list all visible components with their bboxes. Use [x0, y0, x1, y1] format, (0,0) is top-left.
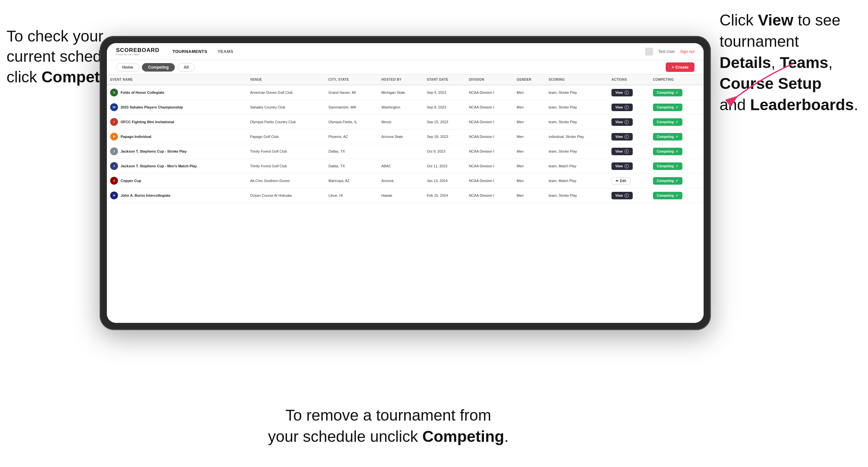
view-button[interactable]: View i — [612, 162, 633, 170]
actions-cell: View i — [608, 188, 650, 203]
actions-cell: View i — [608, 144, 650, 159]
team-logo: P — [110, 133, 118, 141]
actions-cell: View i — [608, 100, 650, 115]
city-state-cell: Olympia Fields, IL — [325, 115, 378, 129]
competing-button[interactable]: Competing ✓ — [653, 118, 682, 126]
edit-button[interactable]: ✏ Edit — [612, 177, 630, 185]
hosted-by-cell: Hawaii — [378, 188, 424, 203]
start-date-cell: Sep 4, 2023 — [424, 85, 466, 100]
brand-subtitle: Powered by clippi — [116, 53, 159, 56]
city-state-cell: Sammamish, WA — [325, 100, 378, 115]
start-date-cell: Oct 9, 2023 — [424, 144, 466, 159]
competing-button[interactable]: Competing ✓ — [653, 177, 682, 185]
actions-cell: View i — [608, 115, 650, 129]
hosted-by-cell: ABAC — [378, 159, 424, 174]
col-division: DIVISION — [466, 74, 514, 85]
nav-right: Test User Sign out — [645, 48, 694, 56]
view-button[interactable]: View i — [612, 148, 633, 155]
nav-tournaments[interactable]: TOURNAMENTS — [173, 49, 207, 54]
hosted-by-cell: Michigan State — [378, 85, 424, 100]
scoring-cell: team, Match Play — [546, 174, 608, 188]
tab-competing[interactable]: Competing — [142, 63, 175, 71]
create-button[interactable]: + Create — [666, 62, 694, 72]
competing-button[interactable]: Competing ✓ — [653, 148, 682, 155]
checkmark-icon: ✓ — [676, 179, 678, 183]
top-nav: SCOREBOARD Powered by clippi TOURNAMENTS… — [107, 43, 704, 60]
hosted-by-cell: Arizona State — [378, 129, 424, 144]
table-row: I OFCC Fighting Illini Invitational Olym… — [107, 115, 704, 129]
checkmark-icon: ✓ — [676, 91, 678, 95]
competing-cell: Competing ✓ — [650, 188, 704, 203]
info-icon: i — [624, 105, 629, 110]
info-icon: i — [624, 193, 629, 198]
signout-link[interactable]: Sign out — [680, 49, 694, 54]
start-date-cell: Sep 9, 2023 — [424, 100, 466, 115]
competing-cell: Competing ✓ — [650, 174, 704, 188]
nav-teams[interactable]: TEAMS — [218, 49, 233, 54]
hosted-by-cell — [378, 144, 424, 159]
start-date-cell: Feb 15, 2024 — [424, 188, 466, 203]
view-button[interactable]: View i — [612, 103, 633, 111]
hosted-by-cell: Washington — [378, 100, 424, 115]
event-name-text: Papago Individual — [121, 135, 151, 138]
tournaments-table: EVENT NAME VENUE CITY, STATE HOSTED BY S… — [107, 74, 704, 203]
checkmark-icon: ✓ — [676, 193, 678, 198]
gender-cell: Men — [514, 129, 546, 144]
competing-cell: Competing ✓ — [650, 85, 704, 100]
competing-cell: Competing ✓ — [650, 115, 704, 129]
tab-all[interactable]: All — [178, 63, 195, 71]
event-name-text: Folds of Honor Collegiate — [121, 91, 164, 94]
pencil-icon: ✏ — [616, 179, 618, 183]
competing-button[interactable]: Competing ✓ — [653, 89, 682, 96]
city-state-cell: Maricopa, AZ — [325, 174, 378, 188]
col-gender: GENDER — [514, 74, 546, 85]
competing-cell: Competing ✓ — [650, 159, 704, 174]
venue-cell: Papago Golf Club — [247, 129, 325, 144]
competing-button[interactable]: Competing ✓ — [653, 133, 682, 141]
info-icon: i — [624, 149, 629, 154]
brand: SCOREBOARD Powered by clippi — [116, 48, 159, 56]
actions-cell: View i — [608, 159, 650, 174]
table-row: W 2023 Sahalee Players Championship Saha… — [107, 100, 704, 115]
scoring-cell: team, Stroke Play — [546, 188, 608, 203]
start-date-cell: Oct 11, 2023 — [424, 159, 466, 174]
tab-home[interactable]: Home — [116, 63, 139, 71]
tablet-screen: SCOREBOARD Powered by clippi TOURNAMENTS… — [107, 43, 704, 323]
venue-cell: Sahalee Country Club — [247, 100, 325, 115]
col-start-date: START DATE — [424, 74, 466, 85]
checkmark-icon: ✓ — [676, 120, 678, 124]
table-header-row: EVENT NAME VENUE CITY, STATE HOSTED BY S… — [107, 74, 704, 85]
view-button[interactable]: View i — [612, 192, 633, 199]
scoring-cell: individual, Stroke Play — [546, 129, 608, 144]
scoring-cell: team, Stroke Play — [546, 115, 608, 129]
checkmark-icon: ✓ — [676, 164, 678, 168]
venue-cell: Ocean Course At Hokuala — [247, 188, 325, 203]
event-name-text: Jackson T. Stephens Cup - Stroke Play — [121, 149, 187, 153]
city-state-cell: Dallas, TX — [325, 159, 378, 174]
venue-cell: American Dunes Golf Club — [247, 85, 325, 100]
scoring-cell: team, Stroke Play — [546, 144, 608, 159]
division-cell: NCAA Division I — [466, 174, 514, 188]
view-button[interactable]: View i — [612, 133, 633, 141]
competing-button[interactable]: Competing ✓ — [653, 192, 682, 199]
table-row: J Jackson T. Stephens Cup - Stroke Play … — [107, 144, 704, 159]
view-button[interactable]: View i — [612, 89, 633, 96]
event-name-cell: W 2023 Sahalee Players Championship — [107, 100, 247, 115]
competing-button[interactable]: Competing ✓ — [653, 162, 682, 170]
city-state-cell: Dallas, TX — [325, 144, 378, 159]
checkmark-icon: ✓ — [676, 149, 678, 154]
hosted-by-cell: Illinois — [378, 115, 424, 129]
info-icon: i — [624, 164, 629, 168]
event-name-text: Copper Cup — [121, 179, 141, 183]
col-hosted-by: HOSTED BY — [378, 74, 424, 85]
annotation-top-right: Click View to see tournament Details, Te… — [720, 10, 858, 116]
actions-cell: View i — [608, 85, 650, 100]
competing-cell: Competing ✓ — [650, 100, 704, 115]
division-cell: NCAA Division I — [466, 159, 514, 174]
gender-cell: Men — [514, 188, 546, 203]
event-name-cell: S Folds of Honor Collegiate — [107, 85, 247, 100]
annotation-bottom: To remove a tournament from your schedul… — [268, 405, 508, 447]
view-button[interactable]: View i — [612, 118, 633, 126]
event-name-cell: A Copper Cup — [107, 174, 247, 188]
competing-button[interactable]: Competing ✓ — [653, 103, 682, 111]
